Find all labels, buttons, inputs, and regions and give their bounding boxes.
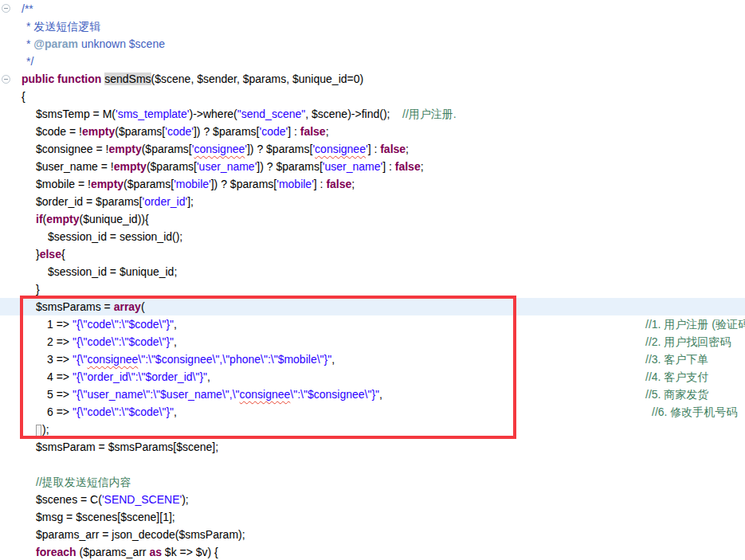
code-text: $smsParam = $smsParams[$scene]; xyxy=(0,438,218,456)
code-segment: $session_id = $unique_id; xyxy=(48,265,177,278)
code-line[interactable]: $mobile = !empty($params['mobile']) ? $p… xyxy=(0,175,745,193)
code-line[interactable]: * 发送短信逻辑 xyxy=(0,18,745,35)
code-segment: false xyxy=(380,143,406,155)
code-text: $smsTemp = M('sms_template')->where("sen… xyxy=(0,105,457,123)
code-line[interactable]: public function sendSms($scene, $sender,… xyxy=(0,70,745,88)
code-text: public function sendSms($scene, $sender,… xyxy=(0,70,363,88)
code-line[interactable]: 1 => "{\"code\":\"$code\"}",//1. 用户注册 (验… xyxy=(0,315,745,333)
code-segment: 'user_name' xyxy=(323,160,382,173)
code-text: ); xyxy=(0,421,49,438)
code-segment: ]; xyxy=(187,195,194,208)
code-line[interactable]: $session_id = session_id(); xyxy=(0,228,745,245)
code-line[interactable]: { xyxy=(0,88,745,105)
scene-comment: //4. 客户支付 xyxy=(645,368,708,386)
code-segment: , $scene)->find(); xyxy=(305,108,402,120)
code-segment: 'SEND_SCENE' xyxy=(102,493,182,506)
code-segment: 'code' xyxy=(259,125,288,138)
code-segment: } xyxy=(36,283,40,296)
code-segment: ($scene, $sender, $params, $unique_id=0) xyxy=(151,72,364,85)
code-segment: false xyxy=(326,178,351,190)
code-segment: $smsTemp = M( xyxy=(36,108,116,120)
code-line[interactable]: $user_name = !empty($params['user_name']… xyxy=(0,158,745,175)
code-segment: ); xyxy=(182,493,189,506)
code-segment: ]) ? $params[ xyxy=(211,178,276,190)
code-text: 2 => "{\"code\":\"$code\"}", xyxy=(0,333,177,350)
code-line[interactable]: foreach ($params_arr as $k => $v) { xyxy=(0,543,745,560)
code-segment: 'order_id' xyxy=(142,195,187,208)
code-line[interactable]: $msg = $scenes[$scene][1]; xyxy=(0,508,745,526)
code-segment: empty xyxy=(46,213,79,225)
code-line[interactable]: if(empty($unique_id)){ xyxy=(0,210,745,228)
code-segment: public function xyxy=(22,72,104,85)
code-segment: unknown $scene xyxy=(78,37,165,50)
code-line[interactable]: */ xyxy=(0,53,745,70)
code-line[interactable]: }else{ xyxy=(0,245,745,263)
code-segment: as xyxy=(149,546,162,558)
code-line[interactable]: 4 => "{\"order_id\":\"$order_id\"}",//4.… xyxy=(0,368,745,386)
code-segment: false xyxy=(300,125,326,138)
code-line[interactable]: 5 => "{\"user_name\":\"$user_name\",\"co… xyxy=(0,386,745,403)
code-segment: ( xyxy=(141,300,145,313)
code-segment: , xyxy=(174,335,177,348)
code-segment: "send_scene" xyxy=(237,108,305,120)
code-segment: "{\"code\":\"$code\"}" xyxy=(73,405,174,418)
code-text: $order_id = $params['order_id']; xyxy=(0,193,194,210)
code-line[interactable] xyxy=(0,456,745,473)
code-segment: { xyxy=(61,248,65,260)
code-fold-collapse-icon[interactable] xyxy=(2,75,10,84)
code-segment: )->where( xyxy=(189,108,237,120)
code-text: 3 => "{\"consignee\":\"$consignee\",\"ph… xyxy=(0,350,335,368)
code-line[interactable]: $params_arr = json_decode($smsParam); xyxy=(0,526,745,543)
code-line[interactable]: $smsTemp = M('sms_template')->where("sen… xyxy=(0,105,745,123)
code-text: { xyxy=(0,88,25,105)
code-segment: ($params[ xyxy=(115,125,165,138)
code-segment: @param xyxy=(33,37,78,50)
code-segment: * xyxy=(26,37,33,50)
code-text: $scenes = C('SEND_SCENE'); xyxy=(0,491,189,508)
code-segment: empty xyxy=(108,143,141,155)
code-line[interactable]: 6 => "{\"code\":\"$code\"}",//6. 修改手机号码 xyxy=(0,403,745,421)
code-segment: $scenes = C( xyxy=(36,493,102,506)
code-line-current[interactable]: $smsParams = array( xyxy=(0,298,745,315)
code-segment: array xyxy=(114,300,141,313)
code-segment: 6 => xyxy=(47,405,73,418)
code-segment: 4 => xyxy=(47,370,73,383)
code-line[interactable]: 2 => "{\"code\":\"$code\"}",//2. 用户找回密码 xyxy=(0,333,745,350)
code-line[interactable]: $smsParam = $smsParams[$scene]; xyxy=(0,438,745,456)
code-fold-collapse-icon[interactable] xyxy=(2,4,10,13)
code-segment: //用户注册. xyxy=(402,108,457,120)
code-line[interactable]: } xyxy=(0,280,745,298)
code-segment: ); xyxy=(42,423,49,436)
code-segment: foreach xyxy=(36,546,76,558)
code-area[interactable]: /*** 发送短信逻辑* @param unknown $scene*/publ… xyxy=(0,0,745,560)
code-line[interactable]: $code = !empty($params['code']) ? $param… xyxy=(0,123,745,140)
code-text: 4 => "{\"order_id\":\"$order_id\"}", xyxy=(0,368,210,386)
code-segment: /** xyxy=(22,2,33,15)
code-line[interactable]: $consignee = !empty($params['consignee']… xyxy=(0,140,745,158)
code-segment: empty xyxy=(82,125,115,138)
code-segment: else xyxy=(40,248,61,260)
code-line[interactable]: * @param unknown $scene xyxy=(0,35,745,53)
code-segment: 'mobile' xyxy=(174,178,211,190)
code-text: $consignee = !empty($params['consignee']… xyxy=(0,140,409,158)
code-text: $mobile = !empty($params['mobile']) ? $p… xyxy=(0,175,355,193)
scene-comment: //5. 商家发货 xyxy=(645,386,708,403)
code-line[interactable]: /** xyxy=(0,0,745,18)
code-text: } xyxy=(0,280,40,298)
code-line[interactable]: 3 => "{\"consignee\":\"$consignee\",\"ph… xyxy=(0,350,745,368)
code-line[interactable]: //提取发送短信内容 xyxy=(0,473,745,491)
code-text: }else{ xyxy=(0,245,65,263)
code-text: 6 => "{\"code\":\"$code\"}", xyxy=(0,403,177,421)
code-text: $smsParams = array( xyxy=(0,298,145,315)
code-line[interactable]: $order_id = $params['order_id']; xyxy=(0,193,745,210)
code-segment: ]) ? $params[ xyxy=(194,125,259,138)
code-segment: $msg = $scenes[$scene][1]; xyxy=(36,511,175,523)
code-segment: 'code' xyxy=(165,125,194,138)
code-segment: $session_id = session_id(); xyxy=(48,230,182,243)
code-segment: "{\"code\":\"$code\"}" xyxy=(73,335,174,348)
code-segment: ; xyxy=(406,143,409,155)
code-line[interactable]: $scenes = C('SEND_SCENE'); xyxy=(0,491,745,508)
code-segment: , xyxy=(174,405,177,418)
code-line[interactable]: ); xyxy=(0,421,745,438)
code-line[interactable]: $session_id = $unique_id; xyxy=(0,263,745,280)
